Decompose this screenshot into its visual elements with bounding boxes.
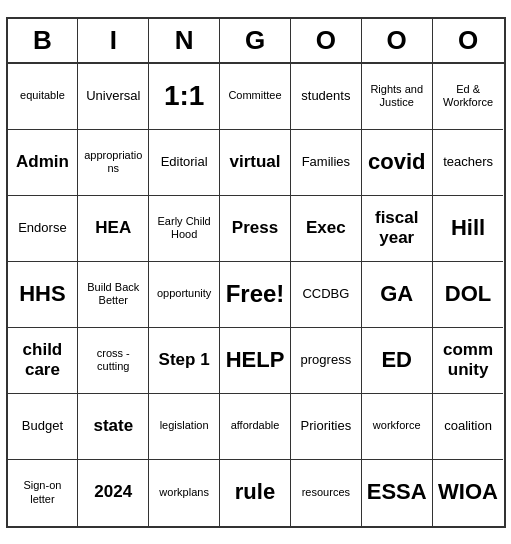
bingo-card: BINGOOO equitableUniversal1:1Committeest… [6,17,506,528]
bingo-cell[interactable]: DOL [433,262,504,328]
bingo-cell[interactable]: GA [362,262,433,328]
bingo-cell[interactable]: Free! [220,262,291,328]
bingo-cell[interactable]: rule [220,460,291,526]
bingo-cell[interactable]: Endorse [8,196,79,262]
bingo-cell[interactable]: Build Back Better [78,262,149,328]
header-letter: O [291,19,362,62]
bingo-cell[interactable]: workforce [362,394,433,460]
bingo-cell[interactable]: progress [291,328,362,394]
bingo-cell[interactable]: Press [220,196,291,262]
bingo-cell[interactable]: ESSA [362,460,433,526]
bingo-cell[interactable]: Priorities [291,394,362,460]
bingo-cell[interactable]: Hill [433,196,504,262]
bingo-cell[interactable]: Budget [8,394,79,460]
bingo-cell[interactable]: Exec [291,196,362,262]
bingo-cell[interactable]: 2024 [78,460,149,526]
bingo-cell[interactable]: virtual [220,130,291,196]
bingo-cell[interactable]: 1:1 [149,64,220,130]
bingo-cell[interactable]: affordable [220,394,291,460]
bingo-cell[interactable]: Families [291,130,362,196]
bingo-cell[interactable]: students [291,64,362,130]
bingo-cell[interactable]: covid [362,130,433,196]
bingo-cell[interactable]: Early Child Hood [149,196,220,262]
bingo-cell[interactable]: state [78,394,149,460]
bingo-cell[interactable]: Rights and Justice [362,64,433,130]
header-letter: O [362,19,433,62]
bingo-cell[interactable]: Ed & Workforce [433,64,504,130]
bingo-cell[interactable]: Editorial [149,130,220,196]
bingo-cell[interactable]: CCDBG [291,262,362,328]
bingo-grid: equitableUniversal1:1CommitteestudentsRi… [8,64,504,526]
bingo-cell[interactable]: HEA [78,196,149,262]
bingo-cell[interactable]: coalition [433,394,504,460]
bingo-cell[interactable]: fiscal year [362,196,433,262]
bingo-cell[interactable]: cross - cutting [78,328,149,394]
bingo-cell[interactable]: opportunity [149,262,220,328]
bingo-cell[interactable]: Admin [8,130,79,196]
bingo-header: BINGOOO [8,19,504,64]
bingo-cell[interactable]: Step 1 [149,328,220,394]
bingo-cell[interactable]: HHS [8,262,79,328]
bingo-cell[interactable]: HELP [220,328,291,394]
header-letter: B [8,19,79,62]
header-letter: G [220,19,291,62]
bingo-cell[interactable]: workplans [149,460,220,526]
bingo-cell[interactable]: comm unity [433,328,504,394]
bingo-cell[interactable]: legislation [149,394,220,460]
bingo-cell[interactable]: ED [362,328,433,394]
bingo-cell[interactable]: teachers [433,130,504,196]
header-letter: N [149,19,220,62]
bingo-cell[interactable]: resources [291,460,362,526]
bingo-cell[interactable]: child care [8,328,79,394]
bingo-cell[interactable]: Sign-on letter [8,460,79,526]
bingo-cell[interactable]: equitable [8,64,79,130]
bingo-cell[interactable]: Universal [78,64,149,130]
bingo-cell[interactable]: WIOA [433,460,504,526]
bingo-cell[interactable]: appropriations [78,130,149,196]
header-letter: I [78,19,149,62]
header-letter: O [433,19,504,62]
bingo-cell[interactable]: Committee [220,64,291,130]
